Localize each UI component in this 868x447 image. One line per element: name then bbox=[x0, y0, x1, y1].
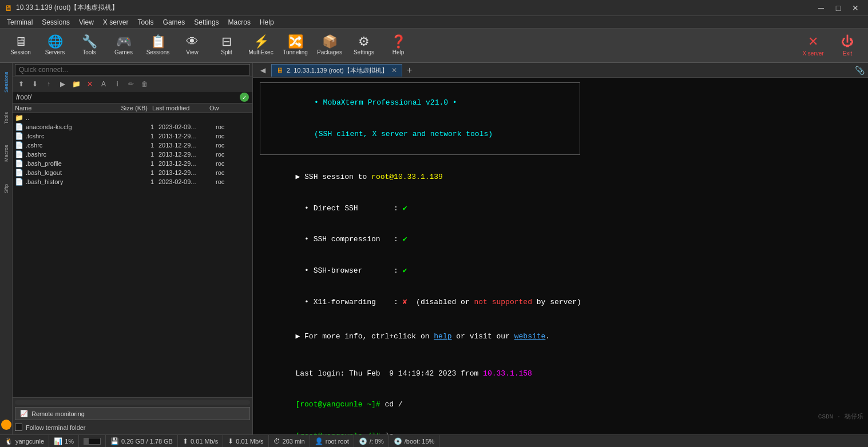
servers-button[interactable]: 🌐 Servers bbox=[39, 31, 71, 61]
status-user: 🐧 yangcunle bbox=[0, 435, 49, 447]
minimize-button[interactable]: ─ bbox=[813, 2, 829, 14]
xserver-label: X server bbox=[802, 50, 823, 57]
menu-games[interactable]: Games bbox=[158, 17, 190, 27]
fp-up-dir-btn[interactable]: ↑ bbox=[42, 78, 55, 90]
menu-sessions[interactable]: Sessions bbox=[37, 17, 74, 27]
settings-button[interactable]: ⚙ Settings bbox=[348, 31, 380, 61]
packages-button[interactable]: 📦 Packages bbox=[314, 31, 346, 61]
exit-button[interactable]: ⏻ Exit bbox=[831, 31, 863, 61]
sidebar-item-sessions[interactable]: Sessions bbox=[1, 65, 12, 99]
col-name-header[interactable]: Name bbox=[15, 105, 106, 111]
cpu-icon: 📊 bbox=[54, 437, 62, 445]
tab-icon: 🖥 bbox=[276, 66, 283, 74]
menu-macros[interactable]: Macros bbox=[224, 17, 255, 27]
col-size-header[interactable]: Size (KB) bbox=[106, 105, 152, 111]
horizontal-scrollbar[interactable] bbox=[15, 400, 250, 405]
new-tab-button[interactable]: + bbox=[403, 64, 416, 77]
games-button[interactable]: 🎮 Games bbox=[108, 31, 140, 61]
list-item[interactable]: 📄 .bash_profile 1 2013-12-29... roc bbox=[13, 159, 252, 168]
list-item[interactable]: 📄 anaconda-ks.cfg 1 2023-02-09... roc bbox=[13, 122, 252, 131]
session-button[interactable]: 🖥 Session bbox=[5, 31, 37, 61]
status-memory-val: 0.26 GB / 1.78 GB bbox=[121, 438, 173, 445]
xserver-button[interactable]: ✕ X server bbox=[797, 31, 829, 61]
menu-settings[interactable]: Settings bbox=[189, 17, 223, 27]
fp-new-dir-btn[interactable]: 📁 bbox=[70, 78, 82, 90]
window-controls: ─ □ ✕ bbox=[813, 2, 863, 14]
list-item[interactable]: 📄 .bash_history 1 2023-02-09... roc bbox=[13, 177, 252, 186]
terminal-area: ◀ 🖥 2. 10.33.1.139 (root)【本地虚拟机】 ✕ + 📎 •… bbox=[253, 63, 868, 434]
split-button[interactable]: ⊟ Split bbox=[211, 31, 243, 61]
close-button[interactable]: ✕ bbox=[847, 2, 863, 14]
multiexec-button[interactable]: ⚡ MultiExec bbox=[245, 31, 277, 61]
fp-upload-btn[interactable]: ⬆ bbox=[15, 78, 27, 90]
col-owner-header[interactable]: Ow bbox=[209, 105, 232, 111]
fp-download-btn[interactable]: ⬇ bbox=[29, 78, 41, 90]
follow-terminal-checkbox[interactable] bbox=[15, 424, 22, 431]
menu-tools[interactable]: Tools bbox=[133, 17, 158, 27]
fp-edit-btn[interactable]: ✏ bbox=[125, 78, 137, 90]
fp-delete-btn[interactable]: ✕ bbox=[84, 78, 96, 90]
tunneling-label: Tunneling bbox=[283, 49, 308, 55]
col-modified-header[interactable]: Last modified bbox=[152, 105, 209, 111]
watermark: CSDN · 杨仔乐 bbox=[818, 412, 863, 421]
menu-xserver[interactable]: X server bbox=[98, 17, 133, 27]
terminal-content[interactable]: • MobaXterm Professional v21.0 • (SSH cl… bbox=[253, 78, 868, 434]
list-item[interactable]: 📄 .bash_logout 1 2013-12-29... roc bbox=[13, 168, 252, 177]
sidebar-item-tools[interactable]: Tools bbox=[1, 101, 12, 135]
sessions-button[interactable]: 📋 Sessions bbox=[142, 31, 174, 61]
follow-terminal-label: Follow terminal folder bbox=[26, 424, 86, 431]
status-memory: 💾 0.26 GB / 1.78 GB bbox=[106, 435, 178, 447]
file-path-input[interactable] bbox=[16, 93, 240, 101]
ssh-compression-line: • SSH compression : ✔ bbox=[260, 224, 861, 256]
fp-refresh-btn[interactable]: ▶ bbox=[56, 78, 69, 90]
upload-icon: ⬆ bbox=[183, 437, 188, 445]
menu-terminal[interactable]: Terminal bbox=[2, 17, 37, 27]
status-username: yangcunle bbox=[15, 438, 44, 445]
maximize-button[interactable]: □ bbox=[830, 2, 846, 14]
status-userinfo-val: root root bbox=[326, 438, 349, 445]
file-icon: 📄 bbox=[15, 123, 23, 131]
fp-info-btn[interactable]: i bbox=[111, 78, 124, 90]
path-ok-button[interactable]: ✓ bbox=[240, 93, 249, 102]
split-icon: ⊟ bbox=[221, 35, 232, 48]
list-item[interactable]: 📁 .. bbox=[13, 113, 252, 122]
tunneling-icon: 🔀 bbox=[288, 35, 303, 48]
active-tab[interactable]: 🖥 2. 10.33.1.139 (root)【本地虚拟机】 ✕ bbox=[271, 64, 402, 77]
fp-rename-btn[interactable]: A bbox=[97, 78, 110, 90]
list-item[interactable]: 📄 .bashrc 1 2013-12-29... roc bbox=[13, 150, 252, 159]
status-time-val: 203 min bbox=[283, 438, 305, 445]
servers-icon: 🌐 bbox=[47, 35, 63, 48]
list-item[interactable]: 📄 .cshrc 1 2013-12-29... roc bbox=[13, 141, 252, 150]
file-icon: 📄 bbox=[15, 150, 23, 158]
tab-close-button[interactable]: ✕ bbox=[391, 66, 397, 74]
status-time: ⏱ 203 min bbox=[269, 435, 310, 447]
tools-button[interactable]: 🔧 Tools bbox=[73, 31, 105, 61]
status-userinfo: 👤 root root bbox=[310, 435, 354, 447]
tab-left-button[interactable]: ◀ bbox=[255, 64, 270, 77]
help-button[interactable]: ❓ Help bbox=[382, 31, 414, 61]
fp-trash-btn[interactable]: 🗑 bbox=[138, 78, 151, 90]
help-label: Help bbox=[393, 49, 405, 55]
view-button[interactable]: 👁 View bbox=[176, 31, 208, 61]
follow-terminal-row: Follow terminal folder bbox=[15, 422, 250, 432]
status-upload-val: 0.01 Mb/s bbox=[191, 438, 218, 445]
cpu-bar-graph bbox=[84, 438, 101, 445]
packages-label: Packages bbox=[317, 49, 342, 55]
quick-connect-input[interactable] bbox=[15, 64, 250, 75]
remote-monitoring-button[interactable]: 📈 Remote monitoring bbox=[15, 407, 250, 420]
welcome-line2: (SSH client, X server and network tools) bbox=[269, 119, 570, 150]
status-disk-root-val: /: 8% bbox=[370, 438, 384, 445]
titlebar: 🖥 10.33.1.139 (root)【本地虚拟机】 ─ □ ✕ bbox=[0, 0, 868, 16]
tunneling-button[interactable]: 🔀 Tunneling bbox=[279, 31, 311, 61]
sidebar-item-macros[interactable]: Macros bbox=[1, 136, 12, 170]
list-item[interactable]: 📄 .tcshrc 1 2013-12-29... roc bbox=[13, 131, 252, 141]
settings-icon: ⚙ bbox=[358, 35, 370, 48]
tab-label: 2. 10.33.1.139 (root)【本地虚拟机】 bbox=[287, 66, 388, 75]
sidebar-item-sftp[interactable]: Sftp bbox=[1, 171, 12, 206]
menu-help[interactable]: Help bbox=[255, 17, 279, 27]
file-icon: 📄 bbox=[15, 169, 23, 177]
tab-attach-button[interactable]: 📎 bbox=[853, 64, 866, 77]
packages-icon: 📦 bbox=[322, 35, 338, 48]
file-icon: 📄 bbox=[15, 159, 23, 167]
menu-view[interactable]: View bbox=[74, 17, 98, 27]
